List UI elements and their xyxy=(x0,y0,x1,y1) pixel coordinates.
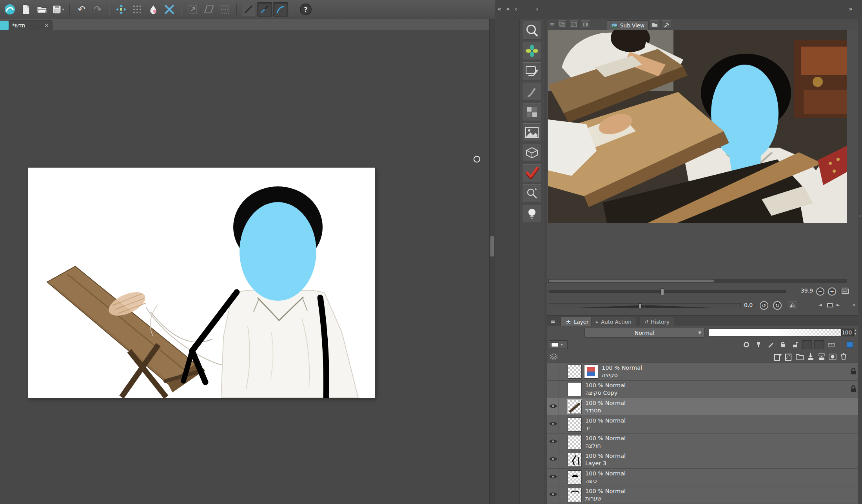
alpha-lock-button[interactable] xyxy=(741,340,751,349)
layer-color-select[interactable]: ▾ xyxy=(549,340,568,349)
layer-thumbnail[interactable] xyxy=(568,435,582,449)
layer-color-swatch[interactable] xyxy=(847,341,853,348)
snap-grid-button[interactable] xyxy=(130,2,145,17)
scrollbar-thumb[interactable] xyxy=(549,280,714,282)
eye-icon[interactable] xyxy=(549,403,557,410)
merge-down-button[interactable] xyxy=(817,352,827,362)
blend-tool-button[interactable] xyxy=(146,2,161,17)
tab-auto-action[interactable]: ► Auto Action xyxy=(591,317,636,327)
mesh-transform-button[interactable] xyxy=(162,2,177,17)
save-file-button[interactable]: ▾ xyxy=(51,2,65,17)
layer-row[interactable]: 100 % Normal Layer 3 xyxy=(547,451,858,469)
layer-thumbnail[interactable] xyxy=(568,470,582,484)
canvas-vertical-scrollbar[interactable] xyxy=(489,19,495,504)
zoom-slider[interactable] xyxy=(549,290,786,293)
layer-stack-icon[interactable] xyxy=(549,352,559,362)
layer-thumbnail[interactable] xyxy=(568,488,582,502)
new-file-button[interactable] xyxy=(18,2,33,17)
image-panel-button[interactable] xyxy=(522,123,542,141)
skew-button[interactable] xyxy=(201,2,216,17)
layer-row[interactable]: 100 % Normal כיפה xyxy=(547,469,858,486)
layer-row[interactable]: 100 % Normal יד xyxy=(547,416,858,434)
spin-down-icon[interactable]: ▾ xyxy=(855,332,856,336)
subview-horizontal-scrollbar[interactable] xyxy=(548,279,847,283)
panel-menu-icon[interactable]: ≡ xyxy=(550,21,555,28)
undo-button[interactable]: ↶ xyxy=(74,2,89,17)
expand-panel-icon[interactable]: » xyxy=(853,302,856,307)
delete-layer-button[interactable] xyxy=(838,352,849,362)
move-panel-button[interactable] xyxy=(522,42,542,60)
display-panel-button[interactable] xyxy=(522,62,542,80)
save-dropdown-icon[interactable]: ▾ xyxy=(62,7,64,11)
layer-row[interactable]: 100 % Normal סקיצה Copy xyxy=(547,381,858,398)
move-tool-button[interactable] xyxy=(114,2,129,17)
angle-left-icon[interactable]: ‹ xyxy=(515,5,517,13)
eye-icon[interactable] xyxy=(549,456,557,463)
right-edge-strip[interactable]: ‹ xyxy=(858,19,862,504)
layer-row[interactable]: 100 % Normal סקיצה xyxy=(547,363,858,381)
tab-history[interactable]: ↺ History xyxy=(640,317,674,327)
curve-tool-button[interactable] xyxy=(273,2,288,17)
search-panel-button[interactable] xyxy=(522,184,542,202)
document-canvas[interactable] xyxy=(28,168,375,398)
flip-horizontal-button[interactable] xyxy=(788,301,797,309)
zoom-out-button[interactable]: − xyxy=(816,287,824,296)
rotation-slider[interactable] xyxy=(549,303,741,308)
fit-view-button[interactable] xyxy=(840,287,850,295)
angle-left-icon[interactable]: ‹ xyxy=(859,213,861,219)
layer-thumbnail[interactable] xyxy=(568,365,582,379)
confirm-button[interactable] xyxy=(522,164,542,182)
scrollbar-thumb[interactable] xyxy=(490,236,494,257)
rotation-slider-thumb[interactable] xyxy=(639,303,641,308)
layer-row[interactable]: 100 % Normal סטנדר xyxy=(547,398,858,416)
brush-panel-button[interactable] xyxy=(522,83,542,101)
step-left-icon[interactable]: ◄ xyxy=(818,302,822,307)
opacity-slider[interactable] xyxy=(709,329,841,336)
angle-right-icon[interactable]: › xyxy=(536,5,538,13)
object-panel-button[interactable] xyxy=(522,144,542,162)
subview-tab[interactable]: Sub View xyxy=(607,20,649,30)
opacity-value[interactable]: 100 xyxy=(841,329,854,336)
help-button[interactable]: ? xyxy=(300,4,312,15)
layer-color-thumbnail[interactable] xyxy=(584,365,598,379)
draft-pen-button[interactable] xyxy=(766,340,776,349)
lock-button[interactable] xyxy=(778,340,788,349)
rotate-right-button[interactable]: ↻ xyxy=(773,301,782,310)
panel-grid-icon[interactable] xyxy=(581,20,590,29)
line-tool-button[interactable] xyxy=(241,2,256,17)
redo-button[interactable]: ↷ xyxy=(90,2,105,17)
panel-menu-icon[interactable]: ≡ xyxy=(550,318,555,325)
eyedropper-icon[interactable] xyxy=(662,20,671,29)
layer-mask-button[interactable] xyxy=(828,352,838,362)
zoom-in-button[interactable]: + xyxy=(828,287,836,296)
eye-icon[interactable] xyxy=(549,491,557,499)
scale-button[interactable] xyxy=(185,2,200,17)
rotate-left-button[interactable]: ↺ xyxy=(760,301,768,310)
tips-panel-button[interactable] xyxy=(522,205,542,223)
disabled-flag-button[interactable] xyxy=(814,340,824,349)
new-vector-layer-button[interactable] xyxy=(784,352,794,362)
layout-icon[interactable] xyxy=(557,20,567,29)
tab-layer[interactable]: Layer xyxy=(561,317,593,327)
collapse-left-icon[interactable]: « xyxy=(506,5,510,13)
eye-icon[interactable] xyxy=(549,439,557,446)
document-tab[interactable]: *חדש × xyxy=(9,20,53,30)
eye-icon[interactable] xyxy=(549,421,557,428)
layer-thumbnail[interactable] xyxy=(568,382,582,396)
collapse-left-icon[interactable]: « xyxy=(497,5,501,13)
ruler-button[interactable] xyxy=(826,340,837,349)
spin-up-icon[interactable]: ▴ xyxy=(855,328,856,332)
layer-thumbnail[interactable] xyxy=(568,453,582,467)
reset-view-button[interactable] xyxy=(827,303,833,307)
new-folder-button[interactable] xyxy=(795,352,805,362)
layer-thumbnail[interactable] xyxy=(568,417,582,432)
canvas-workspace[interactable] xyxy=(0,30,489,504)
new-layer-button[interactable] xyxy=(773,352,783,362)
step-right-icon[interactable]: ► xyxy=(837,302,840,307)
layer-thumbnail[interactable] xyxy=(568,400,582,414)
layer-row[interactable]: 100 % Normal שערות xyxy=(547,486,858,504)
subview-image[interactable] xyxy=(548,30,847,223)
eye-icon[interactable] xyxy=(549,474,557,481)
opacity-spinner[interactable]: ▴ ▾ xyxy=(855,328,856,336)
close-tab-icon[interactable]: × xyxy=(44,23,49,28)
